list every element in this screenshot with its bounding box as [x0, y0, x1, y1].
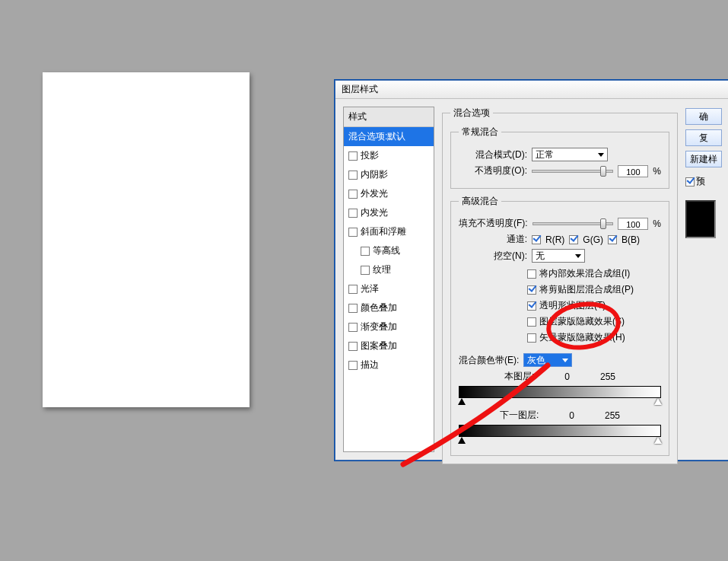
fill-opacity-slider[interactable] — [532, 222, 614, 225]
style-item-8[interactable]: 光泽 — [344, 279, 434, 298]
adv-option-label: 将内部效果混合成组(I) — [539, 267, 630, 280]
style-item-label: 纹理 — [373, 263, 391, 276]
preview-swatch — [685, 200, 716, 238]
dialog-side-buttons: 确 复 新建样 预 — [685, 107, 722, 452]
channel-r-checkbox[interactable] — [532, 235, 541, 244]
style-item-label: 内阴影 — [361, 168, 388, 181]
channel-g-checkbox[interactable] — [569, 235, 578, 244]
dialog-title: 图层样式 — [342, 83, 378, 96]
style-item-label: 斜面和浮雕 — [361, 225, 406, 238]
style-item-label: 等高线 — [373, 244, 400, 257]
style-checkbox[interactable] — [348, 228, 358, 237]
opacity-label: 不透明度(O): — [459, 164, 527, 177]
chevron-down-icon — [562, 359, 568, 362]
adv-option-checkbox[interactable] — [527, 285, 536, 295]
style-item-11[interactable]: 图案叠加 — [344, 336, 434, 355]
style-item-label: 颜色叠加 — [361, 301, 397, 314]
style-item-label: 外发光 — [361, 187, 388, 200]
blend-mode-label: 混合模式(D): — [459, 148, 527, 161]
adv-option-checkbox[interactable] — [527, 301, 536, 311]
blending-options-legend: 混合选项 — [450, 107, 493, 120]
style-item-7[interactable]: 纹理 — [344, 260, 434, 279]
adv-option-label: 图层蒙版隐藏效果(S) — [539, 315, 625, 328]
style-checkbox[interactable] — [348, 171, 358, 180]
adv-option-label: 将剪贴图层混合成组(P) — [539, 283, 634, 296]
adv-option-checkbox[interactable] — [527, 333, 536, 343]
style-item-9[interactable]: 颜色叠加 — [344, 298, 434, 317]
style-item-label: 内发光 — [361, 206, 388, 219]
fill-opacity-label: 填充不透明度(F): — [459, 217, 528, 230]
chevron-down-icon — [598, 153, 604, 157]
document-canvas[interactable] — [43, 72, 250, 407]
underlying-layer-label: 下一图层: — [500, 409, 539, 422]
adv-option-1: 将剪贴图层混合成组(P) — [527, 283, 634, 296]
style-item-12[interactable]: 描边 — [344, 355, 434, 375]
adv-option-label: 矢量蒙版隐藏效果(H) — [539, 331, 625, 344]
blending-options-group: 混合选项 常规混合 混合模式(D): 正常 不透明度(O): 100 % — [442, 107, 678, 464]
general-blending-group: 常规混合 混合模式(D): 正常 不透明度(O): 100 % — [450, 126, 669, 189]
underlying-low: 0 — [569, 410, 574, 421]
style-checkbox[interactable] — [348, 304, 358, 313]
style-item-4[interactable]: 内发光 — [344, 203, 434, 222]
this-layer-low: 0 — [564, 371, 570, 382]
adv-option-4: 矢量蒙版隐藏效果(H) — [527, 331, 625, 344]
style-item-3[interactable]: 外发光 — [344, 184, 434, 203]
style-item-label: 图案叠加 — [361, 339, 397, 352]
style-item-1[interactable]: 投影 — [344, 146, 434, 165]
adv-option-2: 透明形状图层(T) — [527, 299, 606, 312]
preview-checkbox[interactable] — [685, 177, 695, 186]
styles-header: 样式 — [344, 107, 434, 127]
knockout-select[interactable]: 无 — [532, 249, 585, 263]
opacity-value[interactable]: 100 — [618, 165, 648, 177]
knockout-label: 挖空(N): — [459, 250, 527, 263]
style-checkbox[interactable] — [361, 266, 370, 275]
chevron-down-icon — [575, 254, 581, 258]
adv-option-3: 图层蒙版隐藏效果(S) — [527, 315, 625, 328]
channels-label: 通道: — [459, 233, 527, 246]
style-checkbox[interactable] — [348, 209, 358, 218]
underlying-high: 255 — [605, 410, 620, 421]
blend-if-label: 混合颜色带(E): — [459, 354, 519, 367]
style-checkbox[interactable] — [348, 342, 358, 351]
options-panel: 混合选项 常规混合 混合模式(D): 正常 不透明度(O): 100 % — [442, 107, 678, 452]
dialog-titlebar[interactable]: 图层样式 — [335, 81, 728, 99]
channel-b-checkbox[interactable] — [608, 235, 617, 244]
style-item-label: 光泽 — [361, 282, 379, 295]
opacity-slider[interactable] — [532, 170, 613, 173]
style-checkbox[interactable] — [348, 190, 358, 199]
adv-option-0: 将内部效果混合成组(I) — [527, 267, 630, 280]
style-checkbox[interactable] — [361, 247, 370, 256]
layer-style-dialog: 图层样式 样式 混合选项:默认投影内阴影外发光内发光斜面和浮雕等高线纹理光泽颜色… — [335, 80, 728, 461]
underlying-layer-ramp[interactable] — [459, 425, 661, 437]
style-item-6[interactable]: 等高线 — [344, 241, 434, 260]
adv-option-checkbox[interactable] — [527, 317, 536, 327]
style-item-10[interactable]: 渐变叠加 — [344, 317, 434, 336]
style-item-label: 渐变叠加 — [361, 320, 397, 333]
style-checkbox[interactable] — [348, 285, 358, 294]
percent-label: % — [653, 218, 661, 229]
style-item-0[interactable]: 混合选项:默认 — [344, 127, 434, 146]
advanced-blending-group: 高级混合 填充不透明度(F): 100 % 通道: R(R) G(G) B(B) — [450, 195, 669, 456]
fill-opacity-value[interactable]: 100 — [618, 218, 648, 230]
style-item-label: 描边 — [361, 359, 379, 371]
blend-if-select[interactable]: 灰色 — [523, 353, 572, 367]
this-layer-ramp[interactable] — [459, 386, 661, 398]
style-item-5[interactable]: 斜面和浮雕 — [344, 222, 434, 241]
style-item-label: 投影 — [361, 149, 379, 162]
styles-list: 样式 混合选项:默认投影内阴影外发光内发光斜面和浮雕等高线纹理光泽颜色叠加渐变叠… — [343, 107, 434, 452]
adv-option-checkbox[interactable] — [527, 269, 536, 279]
ok-button[interactable]: 确 — [685, 108, 722, 125]
style-checkbox[interactable] — [348, 323, 358, 332]
blend-mode-select[interactable]: 正常 — [532, 148, 608, 161]
cancel-button[interactable]: 复 — [685, 129, 722, 146]
style-checkbox[interactable] — [348, 151, 358, 161]
new-style-button[interactable]: 新建样 — [685, 151, 722, 167]
style-item-label: 混合选项:默认 — [348, 130, 405, 143]
style-checkbox[interactable] — [348, 361, 358, 370]
this-layer-high: 255 — [600, 371, 615, 382]
adv-option-label: 透明形状图层(T) — [539, 299, 606, 312]
this-layer-label: 本图层: — [504, 370, 534, 383]
style-item-2[interactable]: 内阴影 — [344, 165, 434, 184]
dialog-body: 样式 混合选项:默认投影内阴影外发光内发光斜面和浮雕等高线纹理光泽颜色叠加渐变叠… — [335, 99, 728, 460]
general-blending-legend: 常规混合 — [459, 126, 501, 139]
